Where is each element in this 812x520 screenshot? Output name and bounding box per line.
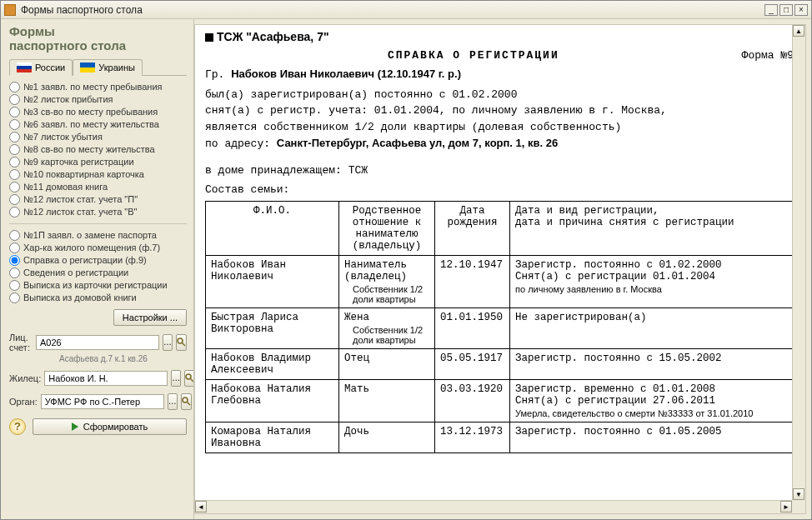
form-radio[interactable] [9, 182, 20, 192]
cell-fio: Набоков Иван Николаевич [206, 255, 339, 308]
organ-search-button[interactable] [181, 393, 192, 410]
form-radio[interactable] [9, 194, 20, 205]
minimize-button[interactable]: _ [764, 4, 778, 16]
form-radio[interactable] [9, 207, 20, 218]
form-option[interactable]: №1 заявл. по месту пребывания [9, 81, 187, 93]
scrollbar-corner [792, 500, 805, 513]
form-option[interactable]: Хар-ка жилого помещения (ф.7) [9, 242, 187, 254]
table-row: Набоков Владимир АлексеевичОтец05.05.191… [206, 348, 794, 379]
form-radio[interactable] [9, 268, 20, 278]
form-option-label: №12 листок стат. учета "П" [23, 194, 138, 204]
form-radio[interactable] [9, 157, 20, 168]
form-option[interactable]: Справка о регистрации (ф.9) [9, 254, 187, 267]
scroll-left-button[interactable]: ◄ [195, 501, 207, 512]
tab-russia[interactable]: России [9, 59, 73, 76]
form-radio[interactable] [9, 242, 20, 253]
sidebar-heading: Формы паспортного стола [9, 24, 187, 53]
form-option[interactable]: №12 листок стат. учета "П" [9, 193, 187, 206]
close-button[interactable]: × [794, 4, 808, 16]
cell-fio: Быстрая Лариса Викторовна [206, 308, 339, 348]
search-icon [185, 373, 194, 382]
resident-browse-button[interactable]: … [171, 370, 181, 387]
form-option[interactable]: №2 листок прибытия [9, 93, 187, 106]
cell-registration: Зарегистр. постоянно с 15.05.2002 [510, 348, 794, 379]
form-option[interactable]: №12 листок стат. учета "В" [9, 206, 187, 218]
divider [9, 223, 187, 224]
scroll-right-button[interactable]: ► [780, 501, 792, 512]
cell-relation: Мать [339, 379, 435, 422]
form-option[interactable]: №7 листок убытия [9, 131, 187, 143]
cell-relation: ЖенаСобственник 1/2 доли квартиры [339, 308, 435, 348]
form-radio[interactable] [9, 119, 20, 130]
form-radio[interactable] [9, 132, 20, 142]
window-title: Формы паспортного стола [21, 4, 143, 16]
form-option[interactable]: №6 заявл. по месту жительства [9, 118, 187, 131]
resident-input[interactable] [44, 371, 168, 386]
form-option[interactable]: Выписка из карточки регистрации [9, 279, 187, 292]
cell-relation: Дочь [339, 422, 435, 452]
account-search-button[interactable] [176, 334, 187, 351]
account-hint: Асафьева д.7 к.1 кв.26 [59, 354, 187, 363]
table-row: Комарова Наталия ИвановнаДочь13.12.1973З… [206, 422, 794, 452]
cell-registration: Зарегистр. временно с 01.01.2008 Снят(а)… [510, 379, 794, 422]
scroll-down-button[interactable]: ▼ [793, 488, 804, 500]
form-option[interactable]: Выписка из домовой книги [9, 292, 187, 304]
form-radio[interactable] [9, 292, 20, 303]
cell-dob: 05.05.1917 [435, 348, 510, 379]
scroll-up-button[interactable]: ▲ [793, 25, 804, 37]
form-radio[interactable] [9, 82, 20, 92]
form-option[interactable]: №3 св-во по месту пребывания [9, 106, 187, 118]
form-option[interactable]: №8 св-во по месту жительства [9, 143, 187, 156]
organ-input[interactable] [41, 394, 164, 409]
account-input[interactable] [36, 335, 159, 350]
family-label: Состав семьи: [205, 182, 794, 198]
organ-browse-button[interactable]: … [168, 393, 178, 410]
address-line: по адресу: Санкт-Петербург, Асафьева ул,… [205, 136, 794, 152]
document: ТСЖ "Асафьева, 7" СПРАВКА О РЕГИСТРАЦИИ … [195, 25, 805, 465]
app-icon [4, 4, 16, 16]
doc-title: СПРАВКА О РЕГИСТРАЦИИ [205, 49, 742, 62]
forms-group-2: №1П заявл. о замене паспортаХар-ка жилог… [9, 229, 187, 304]
titlebar: Формы паспортного стола _ □ × [1, 1, 811, 19]
form-option-label: №1 заявл. по месту пребывания [23, 82, 163, 92]
form-option[interactable]: №10 поквартирная карточка [9, 168, 187, 181]
vertical-scrollbar[interactable]: ▲ ▼ [792, 25, 805, 500]
settings-button[interactable]: Настройки ... [113, 309, 187, 326]
form-radio[interactable] [9, 107, 20, 118]
table-row: Быстрая Лариса ВикторовнаЖенаСобственник… [206, 308, 794, 348]
document-pane: ТСЖ "Асафьева, 7" СПРАВКА О РЕГИСТРАЦИИ … [194, 24, 806, 514]
generate-button[interactable]: Сформировать [33, 418, 187, 435]
svg-line-1 [183, 343, 186, 347]
reg-line-1: был(а) зарегистрирован(а) постоянно с 01… [205, 88, 794, 102]
address: Санкт-Петербург, Асафьева ул, дом 7, кор… [277, 137, 558, 149]
svg-point-2 [186, 374, 191, 379]
svg-point-4 [183, 398, 188, 402]
form-option-label: №7 листок убытия [23, 132, 103, 142]
cell-registration: Зарегистр. постоянно с 01.02.2000 Снят(а… [510, 255, 794, 308]
country-tabs: России Украины [9, 58, 187, 76]
form-radio[interactable] [9, 169, 20, 180]
col-fio: Ф.И.О. [206, 201, 339, 255]
form-option-label: №10 поквартирная карточка [23, 169, 144, 179]
resident-search-button[interactable] [184, 370, 194, 387]
cell-dob: 13.12.1973 [435, 422, 510, 452]
form-radio[interactable] [9, 255, 20, 266]
maximize-button[interactable]: □ [779, 4, 793, 16]
form-option[interactable]: №1П заявл. о замене паспорта [9, 229, 187, 242]
account-browse-button[interactable]: … [163, 334, 173, 351]
form-radio[interactable] [9, 94, 20, 105]
help-button[interactable]: ? [9, 418, 26, 435]
cell-registration: Не зарегистрирован(а) [510, 308, 794, 348]
search-icon [177, 338, 186, 347]
form-option[interactable]: Сведения о регистрации [9, 267, 187, 279]
app-window: Формы паспортного стола _ □ × Формы пасп… [0, 0, 812, 520]
form-radio[interactable] [9, 144, 20, 155]
tab-ukraine[interactable]: Украины [73, 59, 143, 76]
form-option[interactable]: №11 домовая книга [9, 181, 187, 193]
form-radio[interactable] [9, 280, 20, 291]
form-option-label: №11 домовая книга [23, 182, 108, 192]
form-radio[interactable] [9, 230, 20, 241]
horizontal-scrollbar[interactable]: ◄ ► [195, 500, 792, 513]
form-option[interactable]: №9 карточка регистрации [9, 156, 187, 168]
cell-relation: Наниматель (владелец)Собственник 1/2 дол… [339, 255, 435, 308]
